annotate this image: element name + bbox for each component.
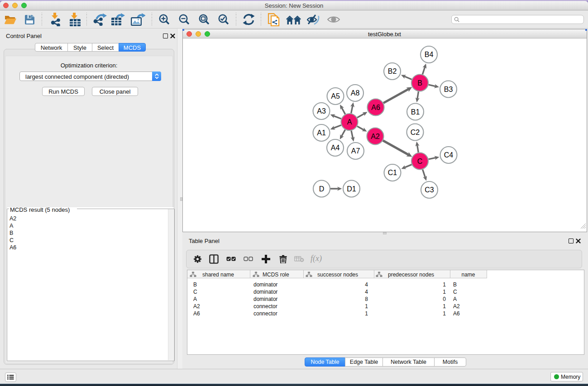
svg-text:B1: B1	[411, 108, 420, 116]
svg-text:C4: C4	[444, 151, 454, 159]
svg-text:B4: B4	[425, 51, 434, 58]
svg-text:A1: A1	[317, 129, 326, 137]
svg-text:A7: A7	[351, 147, 360, 155]
svg-text:A6: A6	[371, 104, 380, 111]
svg-text:C1: C1	[388, 169, 397, 176]
svg-text:A4: A4	[331, 144, 340, 152]
svg-text:A2: A2	[371, 133, 380, 140]
svg-text:C2: C2	[411, 129, 420, 136]
svg-text:A8: A8	[351, 89, 360, 97]
svg-text:B3: B3	[444, 86, 453, 93]
svg-text:B2: B2	[388, 67, 397, 75]
svg-text:A5: A5	[331, 92, 340, 100]
svg-text:A3: A3	[317, 107, 326, 115]
svg-text:B: B	[417, 79, 422, 87]
svg-text:C: C	[417, 157, 423, 165]
svg-text:D1: D1	[347, 185, 356, 193]
svg-text:A: A	[347, 118, 352, 126]
svg-text:C3: C3	[425, 186, 434, 194]
svg-text:D: D	[319, 185, 325, 193]
